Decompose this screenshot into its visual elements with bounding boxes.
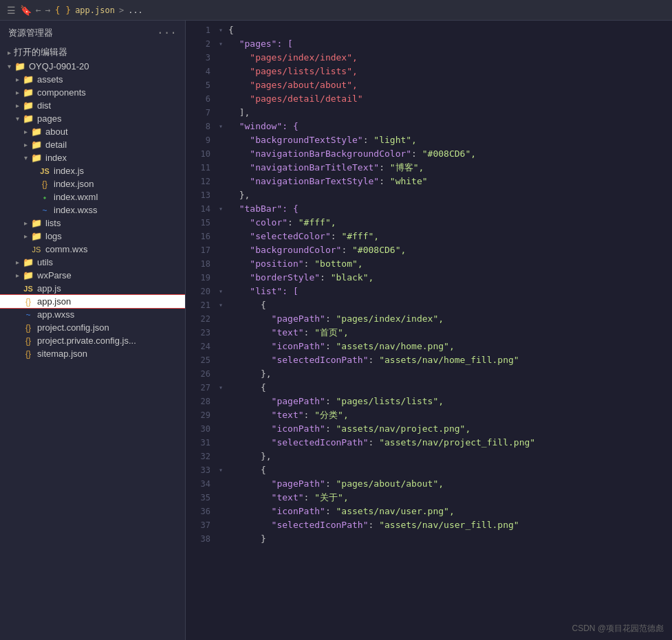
- collapse-arrow[interactable]: ▾: [216, 37, 226, 51]
- breadcrumb-file: app.json: [75, 5, 115, 15]
- code-line: 13 },: [186, 188, 672, 202]
- tree-item-dist[interactable]: ▸ 📁 dist: [0, 99, 185, 112]
- code-lines: 1▾{2▾ "pages": [3 "pages/index/index",4 …: [186, 23, 672, 546]
- code-content: "text": "关于",: [226, 491, 672, 505]
- js-file-icon: JS: [22, 285, 34, 293]
- tree-label: wxParse: [37, 270, 72, 280]
- code-content: "pages/lists/lists",: [226, 65, 672, 78]
- folder-icon: 📁: [22, 74, 34, 85]
- line-number: 37: [186, 518, 216, 532]
- sidebar-menu-button[interactable]: ···: [157, 26, 177, 39]
- code-content: },: [226, 367, 672, 381]
- line-number: 33: [186, 463, 216, 477]
- tree-item-open-editor[interactable]: ▸ 打开的编辑器: [0, 45, 185, 60]
- line-number: 9: [186, 133, 216, 147]
- code-line: 35 "text": "关于",: [186, 491, 672, 505]
- tree-label: 打开的编辑器: [14, 46, 67, 58]
- line-number: 38: [186, 532, 216, 546]
- forward-icon[interactable]: →: [45, 5, 51, 15]
- sidebar-header: 资源管理器 ···: [0, 21, 185, 45]
- line-number: 13: [186, 188, 216, 202]
- collapse-arrow[interactable]: ▾: [216, 381, 226, 395]
- tree-item-app-wxss[interactable]: ~ app.wxss: [0, 308, 185, 321]
- code-content: }: [226, 532, 672, 546]
- menu-icon[interactable]: ☰: [7, 5, 16, 16]
- tree-item-detail[interactable]: ▸ 📁 detail: [0, 138, 185, 151]
- tree-item-lists[interactable]: ▸ 📁 lists: [0, 217, 185, 230]
- folder-icon: 📁: [30, 231, 43, 241]
- tree-item-about[interactable]: ▸ 📁 about: [0, 125, 185, 138]
- tree-item-index-wxss[interactable]: ~ index.wxss: [0, 203, 185, 217]
- tree-item-comm-wxs[interactable]: JS comm.wxs: [0, 243, 185, 256]
- code-content: "backgroundTextStyle": "light",: [226, 133, 672, 147]
- code-content: "pages/about/about",: [226, 78, 672, 92]
- code-content: "pagePath": "pages/lists/lists",: [226, 395, 672, 408]
- collapse-arrow[interactable]: ▾: [216, 23, 226, 37]
- code-line: 17 "backgroundColor": "#008CD6",: [186, 243, 672, 257]
- collapse-arrow[interactable]: ▾: [216, 120, 226, 133]
- tree-item-components[interactable]: ▸ 📁 components: [0, 86, 185, 99]
- code-line: 7 ],: [186, 106, 672, 120]
- tree-item-index-json[interactable]: {} index.json: [0, 177, 185, 190]
- js-file-icon: JS: [39, 167, 51, 175]
- tree-item-utils[interactable]: ▸ 📁 utils: [0, 256, 185, 269]
- tree-item-sitemap[interactable]: {} sitemap.json: [0, 347, 185, 360]
- collapse-arrow[interactable]: ▾: [216, 298, 226, 312]
- code-line: 30 "iconPath": "assets/nav/project.png",: [186, 422, 672, 436]
- tree-label: about: [45, 126, 68, 137]
- line-number: 8: [186, 120, 216, 133]
- folder-icon: 📁: [30, 218, 43, 228]
- tree-label: project.config.json: [37, 322, 109, 333]
- line-number: 26: [186, 367, 216, 381]
- line-number: 25: [186, 353, 216, 367]
- folder-icon: 📁: [30, 126, 43, 137]
- expand-arrow: ▾: [12, 115, 22, 122]
- code-content: "iconPath": "assets/nav/user.png",: [226, 505, 672, 518]
- code-content: {: [226, 298, 672, 312]
- tree-item-pages[interactable]: ▾ 📁 pages: [0, 112, 185, 125]
- tree-item-assets[interactable]: ▸ 📁 assets: [0, 73, 185, 86]
- tree-item-app-js[interactable]: JS app.js: [0, 282, 185, 295]
- json-file-icon: {}: [22, 349, 34, 359]
- code-line: 4 "pages/lists/lists",: [186, 65, 672, 78]
- folder-icon: 📁: [22, 100, 34, 111]
- code-line: 28 "pagePath": "pages/lists/lists",: [186, 395, 672, 408]
- tree-item-index-wxml[interactable]: ⬥ index.wxml: [0, 190, 185, 203]
- code-content: },: [226, 450, 672, 463]
- code-line: 27▾ {: [186, 381, 672, 395]
- tree-item-index-js[interactable]: JS index.js: [0, 164, 185, 177]
- bookmark-icon[interactable]: 🔖: [20, 5, 32, 16]
- collapse-arrow[interactable]: ▾: [216, 463, 226, 477]
- code-line: 8▾ "window": {: [186, 120, 672, 133]
- line-number: 36: [186, 505, 216, 518]
- tree-item-app-json[interactable]: {} app.json: [0, 295, 185, 308]
- tree-item-project-private[interactable]: {} project.private.config.js...: [0, 334, 185, 347]
- line-number: 20: [186, 285, 216, 298]
- tree-label: detail: [45, 140, 67, 150]
- line-number: 2: [186, 37, 216, 51]
- code-editor[interactable]: 1▾{2▾ "pages": [3 "pages/index/index",4 …: [186, 21, 672, 640]
- wxs-file-icon: JS: [30, 245, 43, 254]
- tree-item-logs[interactable]: ▸ 📁 logs: [0, 230, 185, 243]
- expand-arrow: ▾: [21, 154, 30, 162]
- tree-label: components: [37, 87, 86, 98]
- tree-label: utils: [37, 257, 53, 267]
- tree-item-index[interactable]: ▾ 📁 index: [0, 151, 185, 164]
- code-content: ],: [226, 106, 672, 120]
- tree-item-project-config[interactable]: {} project.config.json: [0, 321, 185, 334]
- collapse-arrow[interactable]: ▾: [216, 285, 226, 298]
- collapse-arrow[interactable]: ▾: [216, 202, 226, 216]
- back-icon[interactable]: ←: [36, 5, 41, 15]
- tree-label: index.js: [54, 166, 84, 176]
- tree-item-wxParse[interactable]: ▸ 📁 wxParse: [0, 269, 185, 282]
- folder-icon: 📁: [22, 87, 34, 98]
- code-line: 24 "iconPath": "assets/nav/home.png",: [186, 340, 672, 353]
- json-file-icon: {}: [39, 179, 51, 189]
- code-line: 14▾ "tabBar": {: [186, 202, 672, 216]
- code-line: 10 "navigationBarBackgroundColor": "#008…: [186, 147, 672, 161]
- code-content: {: [226, 23, 672, 37]
- expand-arrow: ▸: [21, 232, 30, 240]
- code-line: 38 }: [186, 532, 672, 546]
- tree-item-project-root[interactable]: ▾ 📁 OYQJ-0901-20: [0, 60, 185, 73]
- code-line: 29 "text": "分类",: [186, 408, 672, 422]
